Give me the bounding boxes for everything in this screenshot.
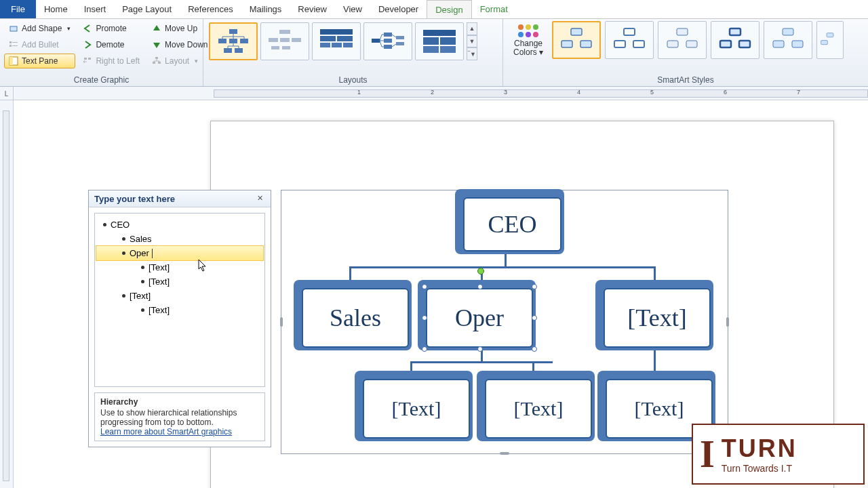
node-text-1[interactable]: [Text] — [604, 288, 711, 348]
group-layouts: ▲ ▼ ‾▼ Layouts — [203, 19, 503, 86]
add-bullet-icon — [9, 40, 18, 49]
style-thumb-6[interactable] — [816, 21, 844, 59]
style-thumb-4[interactable] — [711, 21, 760, 59]
svg-rect-44 — [624, 28, 635, 35]
node-ceo[interactable]: CEO — [463, 197, 561, 251]
tab-mailings[interactable]: Mailings — [241, 0, 290, 18]
tab-review[interactable]: Review — [290, 0, 335, 18]
node-sales[interactable]: Sales — [302, 288, 409, 348]
svg-rect-25 — [320, 36, 336, 41]
tab-file[interactable]: File — [0, 0, 36, 18]
layout-thumb-3[interactable] — [312, 22, 361, 60]
right-to-left-button[interactable]: Right to Left — [78, 54, 144, 68]
style-thumb-2[interactable] — [605, 21, 654, 59]
node-text-2[interactable]: [Text] — [363, 379, 470, 439]
change-colors-button[interactable]: Change Colors ▾ — [507, 21, 549, 60]
svg-rect-57 — [821, 41, 828, 45]
layouts-scroll-up[interactable]: ▲ — [467, 22, 477, 35]
svg-rect-12 — [229, 29, 237, 34]
layouts-more[interactable]: ‾▼ — [467, 47, 477, 60]
svg-rect-28 — [332, 43, 342, 47]
layout-thumb-2[interactable] — [260, 22, 309, 60]
layout-thumb-1[interactable] — [209, 22, 258, 60]
svg-rect-49 — [686, 41, 697, 47]
svg-rect-31 — [384, 33, 392, 37]
svg-rect-34 — [396, 36, 404, 39]
svg-rect-55 — [792, 41, 803, 47]
layouts-scroll-down[interactable]: ▼ — [467, 35, 477, 48]
svg-rect-0 — [10, 26, 17, 31]
tab-page-layout[interactable]: Page Layout — [114, 0, 180, 18]
svg-rect-16 — [224, 48, 232, 53]
group-label: Layouts — [208, 74, 498, 85]
svg-rect-7 — [84, 58, 87, 60]
ruler-vertical[interactable] — [0, 100, 14, 488]
svg-rect-18 — [279, 30, 290, 34]
layout-button[interactable]: Layout▾ — [147, 54, 212, 68]
move-down-button[interactable]: Move Down — [147, 37, 212, 52]
watermark-subtitle: Turn Towards I.T — [722, 463, 797, 474]
layouts-gallery-spinner: ▲ ▼ ‾▼ — [467, 22, 477, 60]
group-create-graphic: Add Shape▾ Add Bullet Text Pane Promote … — [0, 19, 203, 86]
move-up-icon — [152, 24, 161, 33]
svg-rect-46 — [633, 41, 644, 47]
node-text-3[interactable]: [Text] — [485, 379, 592, 439]
ruler-row: L 1 2 3 4 5 6 7 — [0, 87, 868, 100]
text-pane-item-selected[interactable]: Oper — [96, 245, 264, 261]
promote-button[interactable]: Promote — [78, 21, 144, 36]
tab-developer[interactable]: Developer — [370, 0, 427, 18]
svg-rect-48 — [667, 41, 678, 47]
ribbon: Add Shape▾ Add Bullet Text Pane Promote … — [0, 19, 868, 87]
layout-thumb-5[interactable] — [415, 22, 464, 60]
svg-rect-23 — [282, 46, 290, 49]
text-pane-item[interactable]: CEO — [96, 218, 263, 232]
smartart-canvas[interactable]: CEO Sales Oper [Text] [Te — [281, 190, 728, 454]
style-thumb-5[interactable] — [764, 21, 812, 59]
text-pane-item[interactable]: [Text] — [96, 274, 263, 289]
text-pane-close-button[interactable]: ✕ — [254, 193, 265, 204]
svg-rect-17 — [235, 48, 243, 53]
tab-insert[interactable]: Insert — [76, 0, 115, 18]
style-thumb-1[interactable] — [552, 21, 601, 59]
ruler-horizontal[interactable]: 1 2 3 4 5 6 7 — [214, 87, 868, 100]
style-thumb-3[interactable] — [658, 21, 707, 59]
tab-references[interactable]: References — [180, 0, 241, 18]
text-pane-item[interactable]: [Text] — [96, 303, 263, 317]
svg-rect-45 — [614, 41, 625, 47]
layout-icon — [152, 56, 161, 66]
tab-format[interactable]: Format — [472, 0, 516, 18]
svg-rect-15 — [240, 39, 248, 43]
move-down-icon — [152, 40, 161, 49]
svg-rect-14 — [229, 39, 237, 43]
text-pane-footer: Hierarchy Use to show hierarchical relat… — [94, 392, 265, 441]
watermark-title: TURN — [722, 434, 797, 463]
cursor-icon — [198, 259, 208, 272]
tab-home[interactable]: Home — [36, 0, 76, 18]
svg-rect-50 — [730, 28, 741, 35]
text-pane-item[interactable]: [Text] — [96, 289, 263, 303]
text-pane-body[interactable]: CEO Sales Oper [Text] [Text] [Text] [Tex… — [94, 213, 265, 387]
svg-rect-35 — [396, 42, 404, 45]
tab-design[interactable]: Design — [427, 0, 471, 18]
tab-view[interactable]: View — [335, 0, 370, 18]
svg-rect-13 — [218, 39, 226, 43]
learn-more-link[interactable]: Learn more about SmartArt graphics — [100, 427, 232, 436]
add-bullet-button[interactable]: Add Bullet — [4, 37, 75, 52]
smartart-text-pane: Type your text here ✕ CEO Sales Oper [Te… — [88, 190, 271, 447]
tab-strip: File Home Insert Page Layout References … — [0, 0, 868, 19]
add-shape-button[interactable]: Add Shape▾ — [4, 21, 75, 36]
node-oper[interactable]: Oper — [426, 288, 533, 348]
svg-rect-30 — [372, 39, 380, 43]
svg-rect-19 — [269, 38, 278, 42]
svg-rect-8 — [88, 58, 91, 60]
svg-rect-38 — [440, 37, 456, 45]
svg-rect-33 — [384, 45, 392, 49]
move-up-button[interactable]: Move Up — [147, 21, 212, 36]
svg-rect-51 — [720, 41, 731, 47]
demote-button[interactable]: Demote — [78, 37, 144, 52]
layout-thumb-4[interactable] — [363, 22, 412, 60]
svg-rect-52 — [739, 41, 750, 47]
text-pane-button[interactable]: Text Pane — [4, 54, 75, 68]
text-pane-item[interactable]: [Text] — [96, 260, 263, 274]
text-pane-item[interactable]: Sales — [96, 232, 263, 246]
